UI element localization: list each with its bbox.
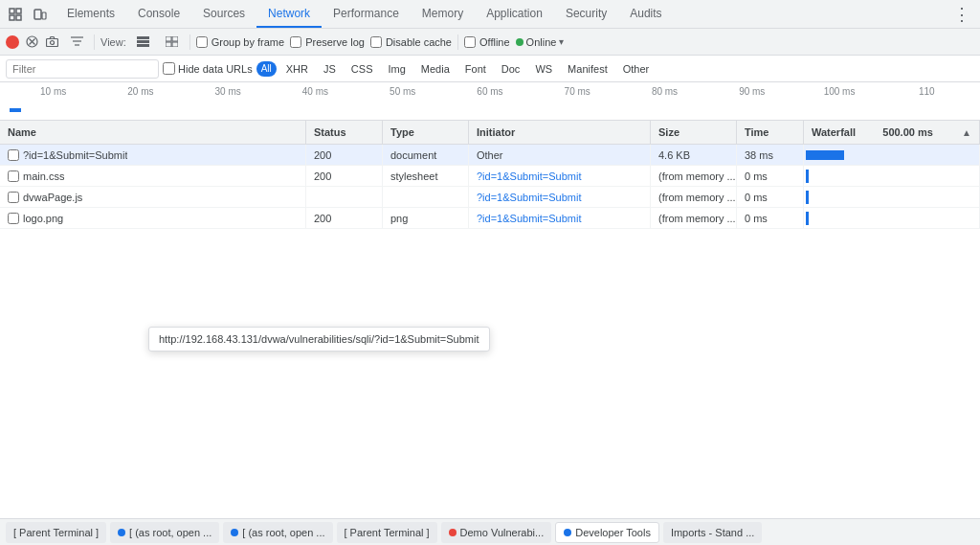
- td-name-3: dvwaPage.js: [0, 187, 306, 207]
- network-timeline[interactable]: 10 ms 20 ms 30 ms 40 ms 50 ms 60 ms 70 m…: [0, 82, 980, 121]
- tab-performance[interactable]: Performance: [322, 0, 411, 28]
- view-group-icon[interactable]: [161, 31, 184, 54]
- svg-rect-9: [46, 39, 57, 47]
- td-waterfall-3: [804, 187, 980, 207]
- separator-2: [189, 34, 190, 50]
- th-type[interactable]: Type: [383, 121, 469, 144]
- td-type-1: document: [383, 145, 469, 165]
- td-time-1: 38 ms: [737, 145, 804, 165]
- taskbar-item-label: Demo Vulnerabi...: [460, 527, 545, 538]
- tab-application[interactable]: Application: [475, 0, 554, 28]
- td-waterfall-2: [804, 166, 980, 186]
- td-initiator-3: ?id=1&Submit=Submit: [469, 187, 651, 207]
- tab-console[interactable]: Console: [126, 0, 191, 28]
- th-initiator[interactable]: Initiator: [469, 121, 651, 144]
- svg-rect-14: [137, 36, 149, 39]
- timeline-label-40ms: 40 ms: [272, 86, 359, 97]
- td-size-3: (from memory ...: [651, 187, 737, 207]
- offline-checkbox[interactable]: Offline: [464, 36, 510, 48]
- group-by-frame-checkbox[interactable]: Group by frame: [196, 36, 284, 48]
- tab-audits[interactable]: Audits: [618, 0, 673, 28]
- inspect-icon[interactable]: [4, 3, 27, 26]
- filter-css[interactable]: CSS: [345, 59, 379, 79]
- file-name-4: logo.png: [23, 213, 63, 224]
- td-initiator-1: Other: [469, 145, 651, 165]
- file-name-2: main.css: [23, 170, 64, 182]
- taskbar-dot: [118, 529, 125, 536]
- filter-img[interactable]: Img: [382, 59, 411, 79]
- taskbar-item-devtools[interactable]: Developer Tools: [555, 522, 659, 543]
- filter-font[interactable]: Font: [459, 59, 492, 79]
- preserve-log-checkbox[interactable]: Preserve log: [290, 36, 365, 48]
- table-row[interactable]: dvwaPage.js ?id=1&Submit=Submit (from me…: [0, 187, 980, 208]
- throttle-select[interactable]: Online ▾: [516, 36, 565, 48]
- taskbar-item-demo[interactable]: Demo Vulnerabi...: [441, 522, 552, 543]
- th-status[interactable]: Status: [306, 121, 383, 144]
- tab-elements[interactable]: Elements: [56, 0, 126, 28]
- filter-other[interactable]: Other: [617, 59, 656, 79]
- filter-all-badge[interactable]: All: [256, 61, 277, 77]
- disable-cache-checkbox[interactable]: Disable cache: [370, 36, 452, 48]
- svg-rect-19: [166, 42, 171, 47]
- tab-network[interactable]: Network: [256, 0, 322, 28]
- th-waterfall[interactable]: Waterfall 500.00 ms ▲: [804, 121, 980, 144]
- waterfall-sort-arrow: ▲: [962, 127, 971, 138]
- row-checkbox-1[interactable]: [8, 149, 19, 161]
- waterfall-dot-4: [806, 212, 809, 225]
- row-checkbox-3[interactable]: [8, 192, 19, 203]
- taskbar-item-terminal1[interactable]: [ Parent Terminal ]: [6, 522, 106, 543]
- timeline-label-110ms: 110: [883, 86, 970, 97]
- svg-rect-16: [137, 44, 149, 47]
- svg-rect-18: [172, 36, 178, 41]
- taskbar-item-root1[interactable]: [ (as root, open ...: [110, 522, 219, 543]
- filter-js[interactable]: JS: [318, 59, 342, 79]
- table-header: Name Status Type Initiator Size Time Wat…: [0, 121, 980, 145]
- svg-point-10: [50, 41, 54, 45]
- tab-sources[interactable]: Sources: [191, 0, 256, 28]
- timeline-label-50ms: 50 ms: [359, 86, 446, 97]
- td-name-1: ?id=1&Submit=Submit: [0, 145, 306, 165]
- taskbar-item-terminal2[interactable]: [ Parent Terminal ]: [337, 522, 437, 543]
- row-checkbox-2[interactable]: [8, 170, 19, 182]
- taskbar-item-root2[interactable]: [ (as root, open ...: [223, 522, 332, 543]
- device-icon[interactable]: [29, 3, 52, 26]
- td-time-4: 0 ms: [737, 208, 804, 228]
- filter-doc[interactable]: Doc: [496, 59, 526, 79]
- filter-icon[interactable]: [65, 31, 88, 54]
- filter-input[interactable]: [6, 59, 159, 79]
- td-initiator-2: ?id=1&Submit=Submit: [469, 166, 651, 186]
- tab-bar: Elements Console Sources Network Perform…: [0, 0, 980, 29]
- view-list-icon[interactable]: [132, 31, 155, 54]
- tab-security[interactable]: Security: [554, 0, 618, 28]
- table-row[interactable]: ?id=1&Submit=Submit 200 document Other 4…: [0, 145, 980, 166]
- svg-rect-2: [10, 15, 14, 20]
- filter-manifest[interactable]: Manifest: [562, 59, 613, 79]
- camera-icon[interactable]: [44, 34, 59, 50]
- timeline-label-20ms: 20 ms: [97, 86, 184, 97]
- td-type-3: [383, 187, 469, 207]
- hide-data-urls-checkbox[interactable]: Hide data URLs: [163, 62, 253, 75]
- table-row[interactable]: logo.png 200 png ?id=1&Submit=Submit (fr…: [0, 208, 980, 229]
- td-type-2: stylesheet: [383, 166, 469, 186]
- filter-bar: Hide data URLs All XHR JS CSS Img Media …: [0, 56, 980, 82]
- table-row[interactable]: main.css 200 stylesheet ?id=1&Submit=Sub…: [0, 166, 980, 187]
- th-name[interactable]: Name: [0, 121, 306, 144]
- taskbar-item-imports[interactable]: Imports - Stand ...: [663, 522, 762, 543]
- throttle-dropdown-arrow: ▾: [559, 36, 564, 47]
- tab-memory[interactable]: Memory: [411, 0, 475, 28]
- more-tabs-icon[interactable]: ⋮: [947, 4, 976, 25]
- filter-media[interactable]: Media: [415, 59, 456, 79]
- timeline-labels: 10 ms 20 ms 30 ms 40 ms 50 ms 60 ms 70 m…: [10, 86, 970, 97]
- record-button[interactable]: [6, 35, 19, 49]
- filter-xhr[interactable]: XHR: [280, 59, 314, 79]
- row-checkbox-4[interactable]: [8, 213, 19, 224]
- th-size[interactable]: Size: [651, 121, 737, 144]
- th-time[interactable]: Time: [737, 121, 804, 144]
- timeline-label-10ms: 10 ms: [10, 86, 97, 97]
- svg-rect-20: [172, 42, 178, 47]
- timeline-label-30ms: 30 ms: [185, 86, 272, 97]
- td-initiator-4: ?id=1&Submit=Submit: [469, 208, 651, 228]
- clear-button[interactable]: [25, 35, 38, 49]
- filter-ws[interactable]: WS: [529, 59, 558, 79]
- td-status-4: 200: [306, 208, 383, 228]
